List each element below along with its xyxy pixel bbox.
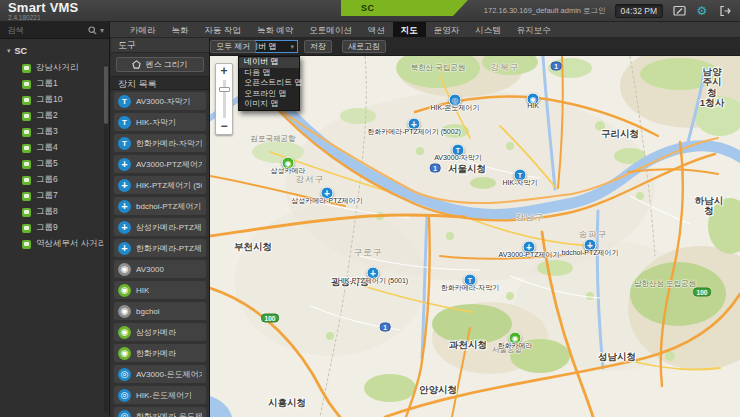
- clock: 04:32 PM: [615, 4, 663, 18]
- draw-fence-button[interactable]: 펜스 그리기: [116, 57, 204, 72]
- device-marker[interactable]: AV3000-자막기: [452, 144, 465, 157]
- tree-item[interactable]: 그룹9: [0, 220, 109, 236]
- device-marker[interactable]: 삼성카메라-PTZ제어기: [321, 187, 334, 200]
- device-item[interactable]: HIK: [114, 281, 206, 299]
- device-list: AV3000-자막기 HIK-자막기 한화카메라-자막기 AV3000-PTZ제…: [111, 90, 209, 417]
- menu-tab[interactable]: 유지보수: [509, 22, 559, 37]
- device-marker[interactable]: 한화카메라-PTZ제어기 (5002): [408, 118, 421, 131]
- zoom-in-button[interactable]: +: [220, 64, 227, 79]
- device-marker[interactable]: 삼성카메라: [282, 157, 295, 170]
- device-item[interactable]: 삼성카메라: [114, 323, 206, 341]
- device-marker[interactable]: AV3000-PTZ제어기: [523, 241, 536, 254]
- device-item[interactable]: 한화카메라: [114, 344, 206, 362]
- device-marker[interactable]: bdchoi-PTZ제어기: [584, 239, 597, 252]
- device-type-icon: [118, 137, 131, 150]
- tree-root-node[interactable]: ▾ SC: [0, 44, 109, 60]
- menu-tab[interactable]: 카메라: [122, 22, 164, 37]
- search-options-chevron-icon[interactable]: ▾: [100, 26, 104, 35]
- site-tab[interactable]: SC: [341, 0, 468, 16]
- zoom-slider-handle[interactable]: [219, 87, 230, 92]
- device-marker[interactable]: HIK-온도제어기: [449, 94, 462, 107]
- menu-tab[interactable]: 시스템: [467, 22, 509, 37]
- device-type-icon: [118, 95, 131, 108]
- device-type-icon: [118, 200, 131, 213]
- tree-item[interactable]: 강남사거리: [0, 60, 109, 76]
- map-type-option[interactable]: 오픈스트리트 맵: [239, 78, 299, 89]
- menu-tab[interactable]: 녹화 예약: [249, 22, 301, 37]
- menu-tab[interactable]: 오토메이션: [301, 22, 360, 37]
- tree-items: 강남사거리 그룹1 그룹10 그룹2: [0, 60, 109, 252]
- device-item[interactable]: 한화카메라-PTZ제어기: [114, 239, 206, 257]
- device-item[interactable]: AV3000-온도제어기: [114, 365, 206, 383]
- group-icon: [22, 224, 31, 233]
- tree-item[interactable]: 그룹6: [0, 172, 109, 188]
- device-type-icon: [118, 179, 131, 192]
- device-type-icon: [118, 347, 131, 360]
- tree-item[interactable]: 그룹2: [0, 108, 109, 124]
- tree-item[interactable]: 그룹7: [0, 188, 109, 204]
- device-item[interactable]: bgchoi: [114, 302, 206, 320]
- device-item[interactable]: AV3000-자막기: [114, 92, 206, 110]
- site-tree-sidebar: ▾ ▾ SC 강남사거리 그룹1: [0, 22, 110, 417]
- tree-item[interactable]: 그룹5: [0, 156, 109, 172]
- select-chevron-icon: ▾: [290, 43, 294, 51]
- device-item[interactable]: HIK-PTZ제어기 (5001): [114, 176, 206, 194]
- map-toolbar: 맵 선택: 네이버 맵 ▾ 모두 제거 저장 새로고침: [210, 38, 740, 56]
- search-icon[interactable]: [88, 26, 97, 35]
- tree-scrollbar[interactable]: [104, 64, 108, 413]
- display-edit-icon[interactable]: [672, 4, 686, 18]
- app-title: Smart VMS: [8, 1, 78, 14]
- remove-all-button[interactable]: 모두 제거: [210, 40, 256, 53]
- menu-tab[interactable]: 지도: [393, 22, 426, 37]
- menu-tab[interactable]: 자동 작업: [197, 22, 249, 37]
- group-icon: [22, 176, 31, 185]
- map-type-option[interactable]: 이미지 맵: [239, 99, 299, 110]
- device-item[interactable]: HIK-자막기: [114, 113, 206, 131]
- zoom-out-button[interactable]: −: [220, 119, 227, 134]
- tree-item[interactable]: 역삼세무서 사거리: [0, 236, 109, 252]
- zoom-slider[interactable]: [223, 80, 226, 118]
- tools-panel: 도구 펜스 그리기 장치 목록 AV3000-자막기 HIK-자막기: [111, 38, 210, 417]
- device-type-icon: [118, 158, 131, 171]
- device-item[interactable]: bdchoi-PTZ제어기: [114, 197, 206, 215]
- device-item[interactable]: HIK-온도제어기: [114, 386, 206, 404]
- group-icon: [22, 144, 31, 153]
- tree-item[interactable]: 그룹3: [0, 124, 109, 140]
- device-marker[interactable]: 한화카메라: [509, 332, 522, 345]
- device-type-icon: [118, 368, 131, 381]
- device-type-icon: [118, 263, 131, 276]
- device-marker[interactable]: HIK-PTZ제어기 (5001): [367, 267, 380, 280]
- device-marker[interactable]: HIK: [527, 93, 540, 106]
- menu-tab[interactable]: 액션: [360, 22, 393, 37]
- menu-tab[interactable]: 운영자: [426, 22, 468, 37]
- tree-item[interactable]: 그룹1: [0, 76, 109, 92]
- device-item[interactable]: AV3000: [114, 260, 206, 278]
- device-item[interactable]: 한화카메라-자막기: [114, 134, 206, 152]
- map-type-option[interactable]: 오프라인 맵: [239, 89, 299, 100]
- refresh-button[interactable]: 새로고침: [342, 40, 386, 53]
- device-type-icon: [118, 221, 131, 234]
- logout-icon[interactable]: [718, 4, 732, 18]
- menu-tab[interactable]: 녹화: [164, 22, 197, 37]
- device-type-icon: [118, 242, 131, 255]
- device-item[interactable]: 한화카메라-온도제어기: [114, 407, 206, 417]
- map-type-option[interactable]: 네이버 맵: [239, 57, 299, 68]
- group-icon: [22, 128, 31, 137]
- device-item[interactable]: AV3000-PTZ제어기: [114, 155, 206, 173]
- settings-gear-icon[interactable]: ⚙: [695, 4, 709, 18]
- search-input[interactable]: [5, 24, 85, 36]
- device-item[interactable]: 삼성카메라-PTZ제어기: [114, 218, 206, 236]
- tree-expand-icon[interactable]: ▾: [7, 47, 11, 55]
- device-marker[interactable]: 한화카메라-자막기: [464, 274, 477, 287]
- save-button[interactable]: 저장: [304, 40, 332, 53]
- map-type-option[interactable]: 다음 맵: [239, 68, 299, 79]
- app-logo: Smart VMS 2.4.180221: [8, 1, 78, 22]
- map-type-dropdown: 네이버 맵다음 맵오픈스트리트 맵오프라인 맵이미지 맵: [238, 56, 300, 111]
- tree-item[interactable]: 그룹8: [0, 204, 109, 220]
- group-icon: [22, 112, 31, 121]
- tree-scrollbar-thumb[interactable]: [104, 66, 108, 124]
- tree-root-label: SC: [15, 46, 28, 56]
- tree-item[interactable]: 그룹4: [0, 140, 109, 156]
- device-marker[interactable]: HIK-자막기: [514, 169, 527, 182]
- tree-item[interactable]: 그룹10: [0, 92, 109, 108]
